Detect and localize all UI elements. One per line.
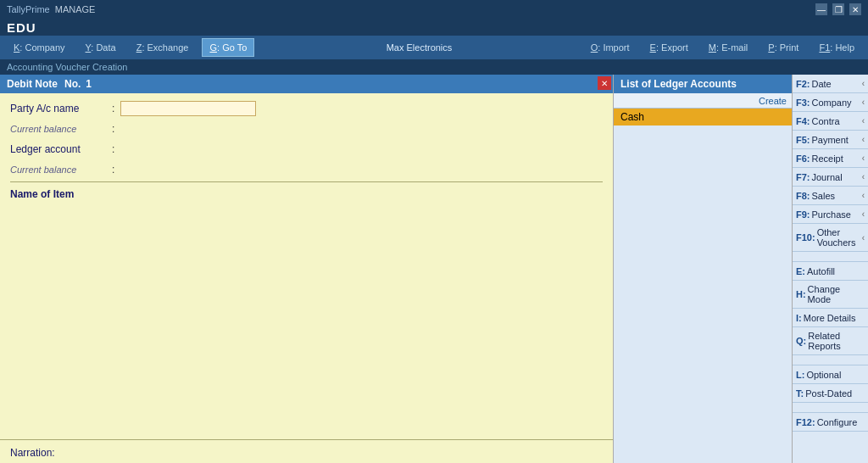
toolbar-data[interactable]: Y: Data	[79, 38, 123, 57]
toolbar-exchange[interactable]: Z: Exchange	[130, 38, 196, 57]
no-label: No.	[64, 78, 81, 90]
name-of-item-row: Name of Item	[10, 186, 603, 203]
list-title: List of Ledger Accounts	[620, 78, 737, 90]
main-area: Debit Note No. 1 ✕ Party A/c name : Curr…	[0, 75, 868, 463]
form-content: Party A/c name : Current balance : Ledge…	[0, 93, 613, 213]
right-btn-q[interactable]: Q:Related Reports	[793, 327, 868, 355]
right-btn-l[interactable]: L:Optional	[793, 365, 868, 384]
toolbar: K: Company Y: Data Z: Exchange G: Go To …	[0, 36, 868, 59]
right-panel-spacer	[793, 355, 868, 365]
name-of-item-label: Name of Item	[10, 186, 74, 203]
right-btn-f3[interactable]: F3:Company‹	[793, 93, 868, 112]
list-item[interactable]: Cash	[614, 109, 792, 126]
chevron-right-icon: ‹	[862, 79, 865, 88]
current-balance-row-1: Current balance :	[10, 120, 603, 137]
right-btn-f7[interactable]: F7:Journal‹	[793, 168, 868, 187]
ledger-row: Ledger account :	[10, 141, 603, 158]
form-divider	[10, 181, 603, 182]
form-area: Debit Note No. 1 ✕ Party A/c name : Curr…	[0, 75, 614, 463]
right-panel: F2:Date‹F3:Company‹F4:Contra‹F5:Payment‹…	[792, 75, 868, 463]
form-close-button[interactable]: ✕	[598, 76, 611, 90]
narration-label: Narration:	[10, 447, 55, 459]
sub-toolbar: Accounting Voucher Creation	[0, 59, 868, 75]
chevron-right-icon: ‹	[862, 135, 865, 144]
right-btn-f4[interactable]: F4:Contra‹	[793, 112, 868, 131]
window-controls: — ❐ ✕	[815, 3, 861, 15]
toolbar-email[interactable]: M: E-mail	[702, 38, 754, 57]
app-edition: EDU	[7, 20, 36, 35]
current-balance-label-2: Current balance	[10, 165, 112, 175]
toolbar-help[interactable]: F1: Help	[812, 38, 861, 57]
chevron-right-icon: ‹	[862, 116, 865, 126]
right-btn-f10[interactable]: F10:Other Vouchers‹	[793, 224, 868, 252]
minimize-button[interactable]: —	[815, 3, 827, 15]
right-panel-spacer	[793, 252, 868, 262]
right-panel-spacer	[793, 403, 868, 413]
toolbar-goto[interactable]: G: Go To	[202, 38, 254, 57]
party-label: Party A/c name	[10, 103, 112, 114]
right-btn-f12[interactable]: F12:Configure	[793, 413, 868, 432]
right-btn-t[interactable]: T:Post-Dated	[793, 384, 868, 403]
chevron-right-icon: ‹	[862, 191, 865, 200]
manage-label: MANAGE	[55, 4, 96, 14]
chevron-right-icon: ‹	[862, 98, 865, 107]
right-btn-e[interactable]: E:Autofill	[793, 262, 868, 281]
party-row: Party A/c name :	[10, 100, 603, 117]
toolbar-company[interactable]: K: Company	[7, 38, 72, 57]
close-button[interactable]: ✕	[849, 3, 861, 15]
right-btn-f5[interactable]: F5:Payment‹	[793, 131, 868, 149]
list-items: Cash	[614, 109, 792, 463]
current-balance-label-1: Current balance	[10, 124, 112, 134]
form-header: Debit Note No. 1 ✕	[0, 75, 613, 93]
chevron-right-icon: ‹	[862, 172, 865, 181]
right-btn-f6[interactable]: F6:Receipt‹	[793, 149, 868, 168]
toolbar-export[interactable]: E: Export	[643, 38, 695, 57]
right-btn-f9[interactable]: F9:Purchase‹	[793, 205, 868, 224]
list-header: List of Ledger Accounts	[614, 75, 792, 93]
ledger-label: Ledger account	[10, 143, 112, 155]
narration-area: Narration:	[0, 439, 613, 463]
party-input[interactable]	[120, 101, 256, 116]
toolbar-import[interactable]: O: Import	[584, 38, 637, 57]
chevron-right-icon: ‹	[862, 153, 865, 163]
title-bar: TallyPrime MANAGE — ❐ ✕	[0, 0, 868, 19]
right-btn-f8[interactable]: F8:Sales‹	[793, 187, 868, 205]
breadcrumb: Accounting Voucher Creation	[7, 62, 127, 72]
form-title: Debit Note	[7, 78, 58, 90]
restore-button[interactable]: ❐	[832, 3, 844, 15]
right-btn-h[interactable]: H:Change Mode	[793, 281, 868, 309]
right-btn-i[interactable]: I:More Details	[793, 309, 868, 327]
toolbar-print[interactable]: P: Print	[761, 38, 805, 57]
current-balance-row-2: Current balance :	[10, 161, 603, 178]
list-create-button[interactable]: Create	[614, 93, 792, 109]
app-name: TallyPrime	[7, 4, 50, 14]
list-panel: List of Ledger Accounts Create Cash	[614, 75, 792, 463]
chevron-right-icon: ‹	[862, 233, 865, 243]
company-name: Max Electronics	[261, 42, 576, 53]
right-btn-f2[interactable]: F2:Date‹	[793, 75, 868, 93]
no-value: 1	[86, 78, 92, 90]
chevron-right-icon: ‹	[862, 209, 865, 219]
